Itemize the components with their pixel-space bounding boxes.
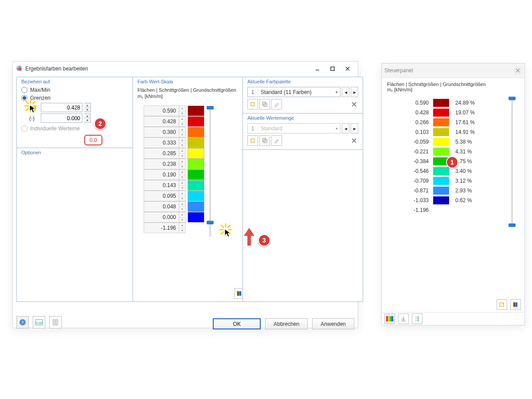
scale-row[interactable]: 0.333▲▼	[144, 138, 243, 148]
scale-row[interactable]: 0.095▲▼	[144, 191, 243, 201]
scale-value[interactable]: 0.380	[144, 127, 179, 137]
panel-slider[interactable]	[511, 99, 513, 225]
palette-next[interactable]: ▸	[351, 87, 358, 97]
scale-value[interactable]: 0.048	[144, 201, 179, 212]
scale-row[interactable]: 0.048▲▼	[144, 202, 243, 212]
palette-delete[interactable]: ✕	[349, 100, 358, 109]
radio-limits[interactable]: Grenzen	[21, 95, 132, 101]
scale-slider[interactable]	[209, 108, 211, 237]
scale-value[interactable]: 0.143	[144, 180, 179, 191]
valueset-prev[interactable]: ◂	[342, 123, 349, 133]
ok-button[interactable]: OK	[213, 318, 261, 329]
apply-button[interactable]: Anwenden	[312, 318, 354, 329]
panel-slider-bottom-thumb[interactable]	[509, 223, 516, 227]
scale-row[interactable]: 0.285▲▼	[144, 149, 243, 159]
scale-row[interactable]: 0.190▲▼	[144, 170, 243, 180]
clipboard-button[interactable]	[49, 316, 62, 329]
scale-swatch[interactable]	[188, 180, 204, 191]
scale-swatch[interactable]	[188, 201, 204, 212]
palette-prev[interactable]: ◂	[342, 87, 349, 97]
valueset-dropdown[interactable]: 1 Standard ▾	[247, 123, 340, 133]
scale-spinner[interactable]: ▲▼	[179, 212, 186, 223]
scale-swatch[interactable]	[188, 191, 204, 201]
minimize-button[interactable]	[310, 64, 325, 73]
scale-spinner[interactable]: ▲▼	[179, 223, 186, 233]
palette-edit[interactable]	[271, 99, 282, 110]
scale-spinner[interactable]: ▲▼	[179, 169, 186, 180]
scale-value[interactable]: 0.590	[144, 106, 179, 116]
panel-gradient-tool[interactable]	[510, 299, 521, 310]
scale-spinner[interactable]: ▲▼	[179, 159, 186, 169]
palette-new[interactable]	[247, 99, 258, 110]
valueset-new[interactable]	[247, 135, 258, 146]
control-panel-titlebar[interactable]: Steuerpanel	[382, 63, 524, 78]
scale-row[interactable]: 0.380▲▼	[144, 127, 243, 137]
scale-row[interactable]: 0.000▲▼	[144, 212, 243, 223]
scale-spinner[interactable]: ▲▼	[179, 180, 186, 191]
radio-individual[interactable]: Individuelle Werteme	[21, 125, 132, 132]
scale-value[interactable]: 0.285	[144, 148, 179, 159]
svg-rect-46	[386, 316, 388, 321]
scale-spinner[interactable]: ▲▼	[179, 116, 186, 127]
help-button[interactable]: ?	[16, 316, 29, 329]
tab-tree[interactable]	[412, 313, 422, 324]
scale-row[interactable]: 0.590▲▼	[144, 106, 243, 116]
limit-pos-spinner[interactable]: ▲▼	[84, 103, 91, 112]
scale-row[interactable]: 0.143▲▼	[144, 180, 243, 191]
maximize-button[interactable]	[325, 64, 340, 73]
panel-palette-edit[interactable]	[497, 299, 507, 310]
palette-dup[interactable]	[259, 99, 270, 110]
scale-row[interactable]: 0.428▲▼	[144, 117, 243, 127]
scale-value[interactable]: 0.333	[144, 137, 179, 148]
scale-value[interactable]: 0.000	[144, 212, 179, 223]
scale-value[interactable]: 0.190	[144, 169, 179, 180]
panel-swatch	[433, 138, 449, 146]
panel-swatch	[433, 128, 449, 136]
scale-spinner[interactable]: ▲▼	[179, 137, 186, 148]
panel-percent: 14.91 %	[455, 129, 475, 135]
limit-pos-input[interactable]	[41, 105, 82, 111]
scale-value[interactable]: 0.428	[144, 116, 179, 127]
cancel-button[interactable]: Abbrechen	[265, 318, 308, 329]
scale-swatch[interactable]	[188, 106, 204, 116]
decimals-button[interactable]: 0,00	[33, 316, 45, 329]
scale-value[interactable]: 0.238	[144, 159, 179, 169]
scale-slider-bottom-thumb[interactable]	[207, 221, 214, 224]
scale-spinner[interactable]: ▲▼	[179, 191, 186, 201]
scale-swatch[interactable]	[188, 159, 204, 169]
scale-spinner[interactable]: ▲▼	[179, 106, 186, 116]
tab-balance[interactable]	[398, 313, 409, 324]
scale-value[interactable]: -1.196	[144, 223, 179, 233]
limit-positive[interactable]: (+) ▲▼	[29, 103, 132, 112]
panel-swatch	[433, 167, 449, 175]
valueset-delete[interactable]: ✕	[349, 136, 358, 145]
scale-slider-top-thumb[interactable]	[207, 106, 214, 110]
scale-row[interactable]: -1.196▲▼	[144, 223, 243, 233]
radio-maxmin[interactable]: Max/Min	[21, 87, 132, 93]
control-panel-window: Steuerpanel Flächen | Schnittgrößen | Gr…	[381, 63, 525, 325]
scale-swatch[interactable]	[188, 212, 204, 223]
scale-swatch[interactable]	[188, 127, 204, 137]
panel-slider-top-thumb[interactable]	[509, 97, 516, 100]
valueset-dup[interactable]	[259, 135, 270, 146]
limit-negative[interactable]: (-) ▲▼	[29, 113, 132, 123]
svg-rect-44	[515, 302, 516, 307]
scale-spinner[interactable]: ▲▼	[179, 201, 186, 212]
scale-row[interactable]: 0.238▲▼	[144, 159, 243, 169]
close-button[interactable]	[340, 64, 355, 73]
scale-spinner[interactable]: ▲▼	[179, 148, 186, 159]
limit-neg-input[interactable]	[41, 115, 82, 121]
panel-close-button[interactable]	[514, 66, 522, 74]
scale-spinner[interactable]: ▲▼	[179, 127, 186, 137]
scale-swatch[interactable]	[188, 137, 204, 148]
palette-dropdown[interactable]: 1 Standard (11 Farben) ▾	[247, 87, 340, 97]
tab-colors[interactable]	[384, 313, 395, 324]
scale-swatch[interactable]	[188, 116, 204, 127]
scale-swatch[interactable]	[188, 169, 204, 180]
valueset-edit[interactable]	[271, 135, 282, 146]
dialog-titlebar[interactable]: Ergebnisfarben bearbeiten	[13, 62, 358, 76]
scale-swatch[interactable]	[188, 148, 204, 159]
limit-neg-spinner[interactable]: ▲▼	[84, 113, 91, 123]
scale-value[interactable]: 0.095	[144, 191, 179, 201]
valueset-next[interactable]: ▸	[351, 123, 358, 133]
